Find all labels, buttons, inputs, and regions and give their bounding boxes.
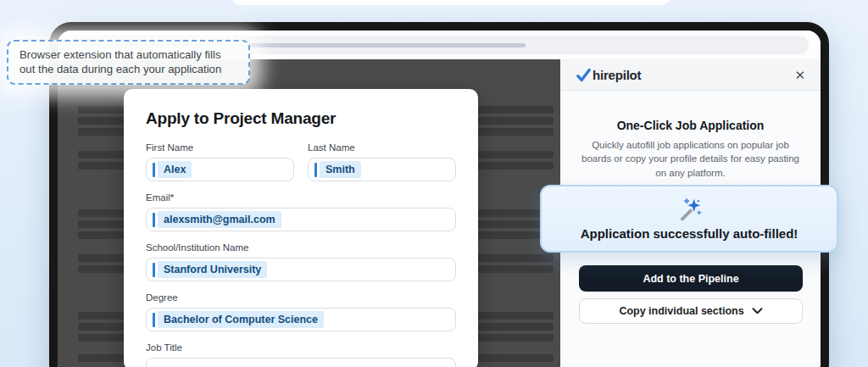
school-input[interactable]: Stanford University	[146, 258, 456, 281]
application-form-card: Apply to Project Manager First Name Alex…	[124, 89, 478, 367]
callout-tooltip: Browser extension that automatically fil…	[7, 40, 250, 85]
magic-wand-icon	[676, 197, 703, 224]
name-fields-row: First Name Alex Last Name Smith	[146, 142, 456, 192]
first-name-input[interactable]: Alex	[146, 158, 294, 181]
copy-sections-label: Copy individual sections	[619, 305, 743, 317]
job-title-input[interactable]	[146, 358, 456, 367]
degree-field: Degree Bachelor of Computer Science	[146, 292, 456, 331]
success-message: Application successfully auto-filled!	[581, 226, 798, 241]
form-title: Apply to Project Manager	[146, 109, 456, 128]
field-label: Degree	[146, 292, 456, 303]
field-value: Stanford University	[158, 261, 267, 278]
field-value: Smith	[320, 161, 361, 178]
page-background: Apply to Project Manager First Name Alex…	[0, 0, 868, 367]
close-icon[interactable]: ✕	[794, 69, 805, 81]
text-caret	[153, 213, 155, 227]
autofill-success-banner: Application successfully auto-filled!	[540, 185, 838, 253]
field-value: Alex	[158, 161, 192, 178]
field-label: First Name	[146, 142, 294, 153]
field-label: School/Institution Name	[146, 242, 456, 253]
job-title-field: Job Title	[146, 342, 456, 367]
field-label: Email*	[146, 192, 456, 203]
first-name-field: First Name Alex	[146, 142, 294, 181]
decorative-pill	[231, 0, 670, 5]
copy-sections-button[interactable]: Copy individual sections	[579, 298, 803, 324]
degree-input[interactable]: Bachelor of Computer Science	[146, 308, 456, 331]
last-name-input[interactable]: Smith	[308, 158, 456, 181]
chevron-down-icon	[752, 308, 763, 314]
field-value: alexsmith@gmail.com	[158, 211, 281, 228]
email-field: Email* alexsmith@gmail.com	[146, 192, 456, 231]
text-caret	[153, 313, 155, 327]
text-caret	[314, 163, 317, 177]
brand-logo: hirepilot	[576, 67, 641, 83]
field-label: Job Title	[146, 342, 456, 353]
panel-heading: One-Click Job Application	[560, 119, 821, 132]
dimmed-page: Apply to Project Manager First Name Alex…	[58, 59, 560, 367]
field-label: Last Name	[308, 142, 456, 153]
brand-name: hirepilot	[593, 68, 641, 82]
add-to-pipeline-button[interactable]: Add to the Pipeline	[579, 265, 803, 292]
email-input[interactable]: alexsmith@gmail.com	[146, 208, 456, 231]
checkmark-icon	[576, 67, 592, 83]
panel-description: Quickly autofill job applications on pop…	[581, 138, 800, 180]
text-caret	[153, 163, 155, 177]
school-field: School/Institution Name Stanford Univers…	[146, 242, 456, 281]
last-name-field: Last Name Smith	[308, 142, 456, 181]
text-caret	[153, 263, 155, 277]
field-value: Bachelor of Computer Science	[158, 311, 324, 328]
extension-header: hirepilot ✕	[560, 59, 821, 91]
